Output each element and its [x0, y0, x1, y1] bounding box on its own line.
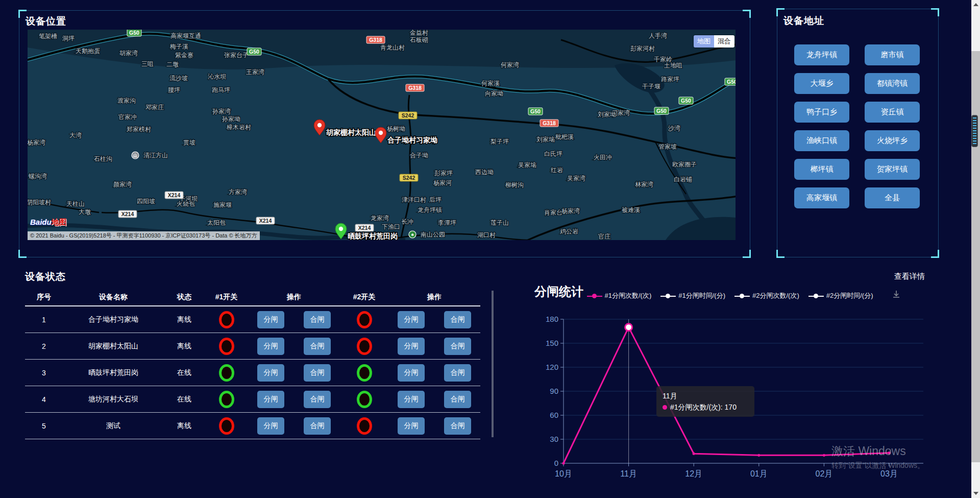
close-switch2-button[interactable]: 合闸: [444, 391, 471, 408]
chart-tooltip: 11月 #1分闸次数/(次): 170: [656, 386, 754, 417]
svg-text:G50: G50: [681, 98, 691, 104]
open-switch1-button[interactable]: 分闸: [257, 417, 284, 435]
scrollbar-thumb[interactable]: [971, 51, 980, 462]
address-button-1[interactable]: 磨市镇: [865, 44, 920, 65]
map-place-label: 邓家庄: [145, 104, 164, 111]
device-location-panel: 设备位置 笔架槽洞坪天鹅抱蛋胡家湾高家堰互通梅子溪紫金寨二墩三咀流沙坡沁水坝王家…: [19, 10, 750, 257]
close-switch1-button[interactable]: 合闸: [304, 338, 331, 355]
svg-text:G50: G50: [727, 79, 736, 85]
map-place-label: 土地咀: [664, 62, 682, 69]
svg-text:X214: X214: [358, 225, 371, 231]
close-switch2-button[interactable]: 合闸: [444, 364, 471, 382]
open-switch2-button[interactable]: 分闸: [398, 338, 425, 355]
open-switch1-button[interactable]: 分闸: [257, 338, 284, 355]
open-switch1-button[interactable]: 分闸: [257, 311, 284, 328]
device-status: 离线: [164, 315, 205, 324]
close-switch1-button[interactable]: 合闸: [304, 311, 331, 328]
map-place-label: 莲子山: [491, 219, 509, 226]
road-shield: G318: [540, 120, 558, 127]
open-switch2-button[interactable]: 分闸: [398, 391, 425, 408]
address-button-6[interactable]: 渔峡口镇: [794, 130, 849, 151]
svg-text:0: 0: [554, 459, 558, 467]
address-button-5[interactable]: 资丘镇: [865, 102, 920, 123]
row-index: 1: [25, 316, 63, 324]
road-shield: G50: [127, 30, 141, 36]
table-scrollbar[interactable]: [492, 291, 494, 437]
map-place-label: 路家坪: [661, 76, 679, 83]
switch2-indicator-red: [357, 311, 372, 328]
switch1-operations: 分闸合闸: [248, 417, 340, 435]
switch1-operations: 分闸合闸: [248, 338, 340, 355]
svg-text:S242: S242: [402, 112, 414, 118]
map-place-label: 方家湾: [229, 188, 247, 196]
page-scrollbar[interactable]: [971, 0, 980, 498]
row-index: 2: [25, 342, 63, 350]
table-row: 5测试离线分闸合闸分闸合闸: [25, 413, 480, 439]
scroll-widget-stripes: [973, 117, 976, 145]
close-switch2-button[interactable]: 合闸: [444, 338, 471, 355]
switch2-operations: 分闸合闸: [388, 391, 480, 408]
open-switch2-button[interactable]: 分闸: [398, 311, 425, 328]
switch2-operations: 分闸合闸: [388, 364, 480, 382]
road-shield: X214: [355, 224, 374, 231]
map-place-label: 胡家湾: [119, 50, 138, 57]
svg-text:S242: S242: [403, 175, 415, 181]
close-switch1-button[interactable]: 合闸: [304, 417, 331, 435]
address-button-2[interactable]: 大堰乡: [794, 73, 849, 94]
map-canvas[interactable]: 笔架槽洞坪天鹅抱蛋胡家湾高家堰互通梅子溪紫金寨二墩三咀流沙坡沁水坝王家湾张家台子…: [28, 30, 736, 240]
row-index: 3: [25, 369, 63, 377]
map-place-label: 刘家坳: [598, 111, 616, 118]
device-name: 晒鼓坪村荒田岗: [63, 368, 164, 377]
address-button-10[interactable]: 高家堰镇: [794, 187, 849, 208]
open-switch2-button[interactable]: 分闸: [398, 417, 425, 435]
svg-text:11月: 11月: [620, 469, 637, 478]
map-place-label: 青龙山村: [380, 44, 405, 51]
map-place-label: 施家堰: [213, 201, 232, 208]
svg-text:G50: G50: [530, 108, 541, 114]
close-switch1-button[interactable]: 合闸: [304, 364, 331, 382]
address-panel-title: 设备地址: [783, 14, 824, 28]
map-place-label: 欧家圈子: [672, 161, 697, 168]
scrollbar-up-arrow[interactable]: [973, 3, 978, 6]
scroll-widget[interactable]: [971, 115, 978, 147]
scrollbar-down-arrow[interactable]: [973, 492, 978, 495]
map-place-label: 干子堰: [642, 83, 660, 90]
baidu-map[interactable]: 笔架槽洞坪天鹅抱蛋胡家湾高家堰互通梅子溪紫金寨二墩三咀流沙坡沁水坝王家湾张家台子…: [28, 30, 736, 240]
device-name: 胡家棚村太阳山: [63, 342, 164, 351]
address-button-9[interactable]: 贺家坪镇: [865, 159, 920, 180]
map-type-map-button[interactable]: 地图: [694, 35, 714, 48]
dashboard: 设备位置 笔架槽洞坪天鹅抱蛋胡家湾高家堰互通梅子溪紫金寨二墩三咀流沙坡沁水坝王家…: [0, 0, 980, 498]
address-button-0[interactable]: 龙舟坪镇: [794, 44, 849, 65]
map-place-label: 紫金寨: [175, 52, 193, 59]
map-place-label: 林家湾: [635, 181, 653, 188]
open-switch1-button[interactable]: 分闸: [257, 391, 284, 408]
close-switch1-button[interactable]: 合闸: [304, 391, 331, 408]
svg-text:90: 90: [550, 387, 558, 395]
address-button-3[interactable]: 都镇湾镇: [865, 73, 920, 94]
address-button-11[interactable]: 全县: [865, 187, 920, 208]
series-dot: [663, 405, 667, 410]
svg-text:120: 120: [546, 363, 558, 371]
address-button-4[interactable]: 鸭子口乡: [794, 102, 849, 123]
device-name: 塘坊河村大石坝: [63, 395, 164, 404]
map-place-label: 郑家榜村: [127, 126, 151, 133]
map-type-hybrid-button[interactable]: 混合: [714, 35, 734, 48]
map-place-label: 彭家河村: [630, 45, 655, 52]
column-header: 设备名称: [63, 293, 164, 302]
svg-text:30: 30: [550, 435, 558, 443]
address-button-7[interactable]: 火烧坪乡: [865, 130, 920, 151]
close-switch2-button[interactable]: 合闸: [444, 417, 471, 435]
switch1-indicator-red: [219, 417, 234, 435]
open-switch1-button[interactable]: 分闸: [257, 364, 284, 382]
svg-text:X214: X214: [259, 218, 272, 224]
open-switch2-button[interactable]: 分闸: [398, 364, 425, 382]
table-row: 1合子坳村习家坳离线分闸合闸分闸合闸: [25, 306, 480, 333]
address-button-8[interactable]: 榔坪镇: [794, 159, 849, 180]
map-place-label: 杨家湾: [28, 139, 45, 146]
svg-text:X214: X214: [168, 192, 181, 198]
close-switch2-button[interactable]: 合闸: [444, 311, 471, 328]
table-row: 4塘坊河村大石坝在线分闸合闸分闸合闸: [25, 386, 480, 413]
svg-text:♣: ♣: [411, 232, 414, 237]
map-place-label: 津洋口村: [402, 196, 426, 203]
row-index: 5: [25, 422, 63, 430]
